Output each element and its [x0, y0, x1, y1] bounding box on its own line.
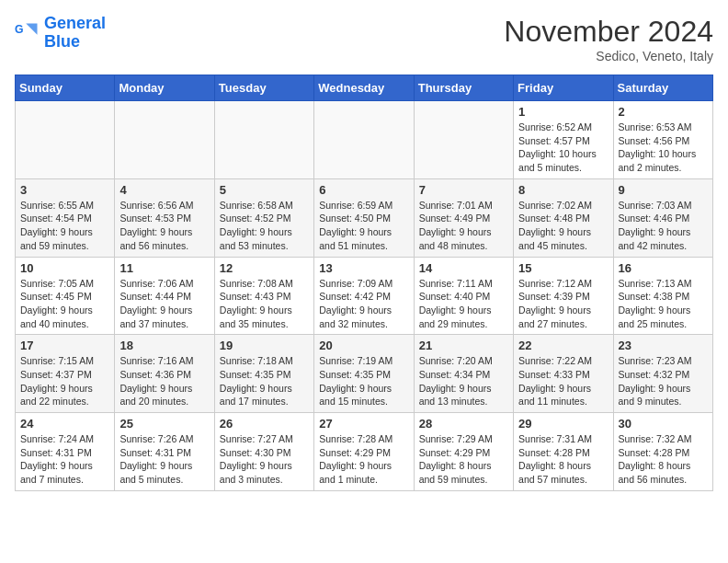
day-info: Sunrise: 7:01 AM Sunset: 4:49 PM Dayligh…	[419, 199, 508, 253]
day-number: 26	[220, 417, 309, 431]
week-row-5: 24Sunrise: 7:24 AM Sunset: 4:31 PM Dayli…	[16, 413, 713, 491]
day-info: Sunrise: 7:19 AM Sunset: 4:35 PM Dayligh…	[319, 354, 408, 408]
day-cell: 4Sunrise: 6:56 AM Sunset: 4:53 PM Daylig…	[115, 178, 214, 257]
day-info: Sunrise: 7:31 AM Sunset: 4:28 PM Dayligh…	[518, 432, 608, 487]
page-header: G General Blue November 2024 Sedico, Ven…	[15, 15, 713, 63]
day-number: 17	[20, 339, 109, 352]
calendar-table: SundayMondayTuesdayWednesdayThursdayFrid…	[15, 75, 713, 491]
day-number: 13	[319, 261, 408, 275]
week-row-3: 10Sunrise: 7:05 AM Sunset: 4:45 PM Dayli…	[16, 257, 713, 335]
day-number: 5	[220, 183, 309, 197]
day-info: Sunrise: 7:12 AM Sunset: 4:39 PM Dayligh…	[518, 277, 608, 331]
day-number: 15	[518, 261, 608, 275]
day-info: Sunrise: 7:29 AM Sunset: 4:29 PM Dayligh…	[419, 432, 508, 487]
day-cell: 30Sunrise: 7:32 AM Sunset: 4:28 PM Dayli…	[613, 413, 712, 491]
week-row-4: 17Sunrise: 7:15 AM Sunset: 4:37 PM Dayli…	[16, 335, 713, 413]
day-cell: 7Sunrise: 7:01 AM Sunset: 4:49 PM Daylig…	[414, 178, 513, 257]
day-info: Sunrise: 6:59 AM Sunset: 4:50 PM Dayligh…	[319, 199, 408, 253]
day-cell: 24Sunrise: 7:24 AM Sunset: 4:31 PM Dayli…	[16, 413, 115, 491]
day-number: 19	[220, 339, 309, 352]
day-number: 11	[119, 261, 209, 275]
day-cell: 9Sunrise: 7:03 AM Sunset: 4:46 PM Daylig…	[613, 178, 712, 257]
day-info: Sunrise: 7:11 AM Sunset: 4:40 PM Dayligh…	[419, 277, 508, 331]
col-header-friday: Friday	[514, 75, 613, 101]
logo: G General Blue	[15, 15, 106, 52]
day-info: Sunrise: 7:23 AM Sunset: 4:32 PM Dayligh…	[619, 354, 708, 408]
day-info: Sunrise: 7:03 AM Sunset: 4:46 PM Dayligh…	[619, 199, 708, 253]
day-cell	[314, 101, 414, 179]
header-row: SundayMondayTuesdayWednesdayThursdayFrid…	[16, 75, 713, 101]
day-number: 7	[419, 183, 508, 197]
week-row-1: 1Sunrise: 6:52 AM Sunset: 4:57 PM Daylig…	[16, 101, 713, 179]
day-info: Sunrise: 6:56 AM Sunset: 4:53 PM Dayligh…	[119, 199, 209, 253]
day-cell: 8Sunrise: 7:02 AM Sunset: 4:48 PM Daylig…	[514, 178, 613, 257]
day-cell: 5Sunrise: 6:58 AM Sunset: 4:52 PM Daylig…	[214, 178, 313, 257]
day-info: Sunrise: 7:18 AM Sunset: 4:35 PM Dayligh…	[220, 354, 309, 408]
month-title: November 2024	[504, 15, 713, 49]
day-info: Sunrise: 7:28 AM Sunset: 4:29 PM Dayligh…	[319, 432, 408, 487]
day-cell: 11Sunrise: 7:06 AM Sunset: 4:44 PM Dayli…	[115, 257, 214, 335]
day-info: Sunrise: 7:15 AM Sunset: 4:37 PM Dayligh…	[20, 354, 109, 408]
day-info: Sunrise: 7:22 AM Sunset: 4:33 PM Dayligh…	[518, 354, 608, 408]
day-number: 6	[319, 183, 408, 197]
day-number: 24	[20, 417, 109, 431]
day-cell: 20Sunrise: 7:19 AM Sunset: 4:35 PM Dayli…	[314, 335, 414, 413]
day-info: Sunrise: 6:52 AM Sunset: 4:57 PM Dayligh…	[518, 121, 608, 175]
day-number: 14	[419, 261, 508, 275]
week-row-2: 3Sunrise: 6:55 AM Sunset: 4:54 PM Daylig…	[16, 178, 713, 257]
day-number: 16	[619, 261, 708, 275]
col-header-thursday: Thursday	[414, 75, 513, 101]
title-block: November 2024 Sedico, Veneto, Italy	[504, 15, 713, 63]
day-cell: 28Sunrise: 7:29 AM Sunset: 4:29 PM Dayli…	[414, 413, 513, 491]
col-header-monday: Monday	[115, 75, 214, 101]
day-info: Sunrise: 7:16 AM Sunset: 4:36 PM Dayligh…	[119, 354, 209, 408]
day-number: 20	[319, 339, 408, 352]
col-header-sunday: Sunday	[16, 75, 115, 101]
day-number: 8	[518, 183, 608, 197]
day-info: Sunrise: 7:27 AM Sunset: 4:30 PM Dayligh…	[220, 432, 309, 487]
day-cell: 22Sunrise: 7:22 AM Sunset: 4:33 PM Dayli…	[514, 335, 613, 413]
day-info: Sunrise: 7:32 AM Sunset: 4:28 PM Dayligh…	[619, 432, 708, 487]
day-cell: 27Sunrise: 7:28 AM Sunset: 4:29 PM Dayli…	[314, 413, 414, 491]
svg-marker-1	[26, 23, 37, 34]
day-number: 12	[220, 261, 309, 275]
day-cell: 25Sunrise: 7:26 AM Sunset: 4:31 PM Dayli…	[115, 413, 214, 491]
day-cell: 14Sunrise: 7:11 AM Sunset: 4:40 PM Dayli…	[414, 257, 513, 335]
day-cell: 26Sunrise: 7:27 AM Sunset: 4:30 PM Dayli…	[214, 413, 313, 491]
day-cell: 1Sunrise: 6:52 AM Sunset: 4:57 PM Daylig…	[514, 101, 613, 179]
day-number: 10	[20, 261, 109, 275]
logo-line2: Blue	[44, 32, 80, 51]
day-number: 28	[419, 417, 508, 431]
day-info: Sunrise: 7:24 AM Sunset: 4:31 PM Dayligh…	[20, 432, 109, 487]
day-cell	[414, 101, 513, 179]
day-info: Sunrise: 7:08 AM Sunset: 4:43 PM Dayligh…	[220, 277, 309, 331]
day-cell: 19Sunrise: 7:18 AM Sunset: 4:35 PM Dayli…	[214, 335, 313, 413]
day-info: Sunrise: 7:20 AM Sunset: 4:34 PM Dayligh…	[419, 354, 508, 408]
location: Sedico, Veneto, Italy	[504, 49, 713, 63]
day-info: Sunrise: 7:02 AM Sunset: 4:48 PM Dayligh…	[518, 199, 608, 253]
day-cell: 16Sunrise: 7:13 AM Sunset: 4:38 PM Dayli…	[613, 257, 712, 335]
day-cell: 23Sunrise: 7:23 AM Sunset: 4:32 PM Dayli…	[613, 335, 712, 413]
day-number: 29	[518, 417, 608, 431]
day-info: Sunrise: 7:05 AM Sunset: 4:45 PM Dayligh…	[20, 277, 109, 331]
col-header-saturday: Saturday	[613, 75, 712, 101]
day-number: 22	[518, 339, 608, 352]
day-info: Sunrise: 7:13 AM Sunset: 4:38 PM Dayligh…	[619, 277, 708, 331]
day-cell	[214, 101, 313, 179]
day-cell: 6Sunrise: 6:59 AM Sunset: 4:50 PM Daylig…	[314, 178, 414, 257]
day-cell: 29Sunrise: 7:31 AM Sunset: 4:28 PM Dayli…	[514, 413, 613, 491]
day-info: Sunrise: 7:26 AM Sunset: 4:31 PM Dayligh…	[119, 432, 209, 487]
svg-text:G: G	[15, 23, 24, 36]
day-number: 23	[619, 339, 708, 352]
day-cell: 3Sunrise: 6:55 AM Sunset: 4:54 PM Daylig…	[16, 178, 115, 257]
day-cell: 10Sunrise: 7:05 AM Sunset: 4:45 PM Dayli…	[16, 257, 115, 335]
day-number: 1	[518, 105, 608, 119]
day-cell: 15Sunrise: 7:12 AM Sunset: 4:39 PM Dayli…	[514, 257, 613, 335]
day-cell: 17Sunrise: 7:15 AM Sunset: 4:37 PM Dayli…	[16, 335, 115, 413]
day-number: 9	[619, 183, 708, 197]
logo-text: General Blue	[44, 15, 106, 52]
col-header-wednesday: Wednesday	[314, 75, 414, 101]
day-info: Sunrise: 6:58 AM Sunset: 4:52 PM Dayligh…	[220, 199, 309, 253]
day-cell: 21Sunrise: 7:20 AM Sunset: 4:34 PM Dayli…	[414, 335, 513, 413]
logo-line1: General	[44, 14, 106, 32]
